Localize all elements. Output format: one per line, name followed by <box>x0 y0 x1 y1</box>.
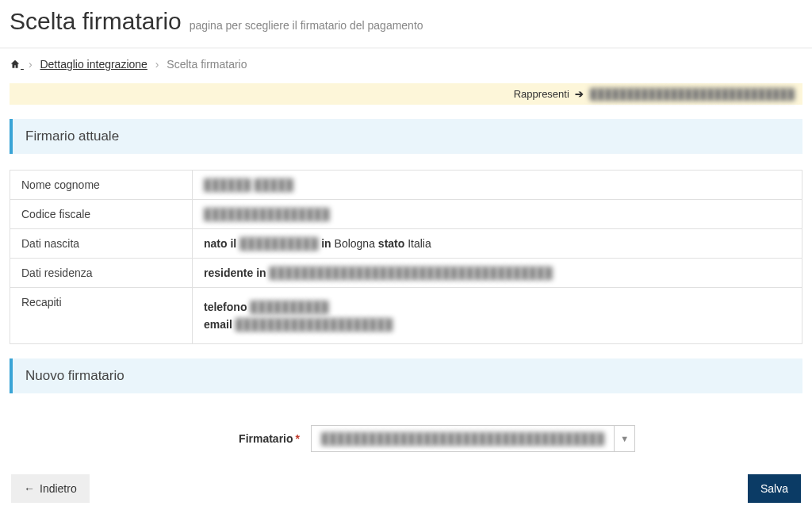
firmatario-select-display[interactable]: ████████████████████████████████████ <box>311 425 615 452</box>
section-nuovo-title: Nuovo firmatario <box>10 358 802 393</box>
dati-nascita-in: in <box>321 237 331 250</box>
telefono-value: ██████████ <box>250 301 328 313</box>
dati-nascita-stato-value: Italia <box>408 237 431 250</box>
dati-residenza-prefix: residente in <box>204 266 266 279</box>
save-button[interactable]: Salva <box>748 474 801 503</box>
label-nome-cognome: Nome cognome <box>10 171 193 200</box>
table-row: Dati residenza residente in ████████████… <box>10 259 802 288</box>
chevron-down-icon[interactable]: ▼ <box>615 425 635 452</box>
actions-bar: ← Indietro Salva <box>10 474 802 503</box>
section-nuovo-firmatario: Nuovo firmatario Firmatario* ███████████… <box>10 358 802 452</box>
required-marker: * <box>296 432 300 445</box>
form-row-firmatario: Firmatario* ████████████████████████████… <box>10 425 802 452</box>
label-codice-fiscale: Codice fiscale <box>10 200 193 229</box>
arrow-left-icon: ← <box>24 482 35 495</box>
section-firmario-title: Firmario attuale <box>10 119 802 154</box>
firmario-details-table: Nome cognome ██████ █████ Codice fiscale… <box>10 170 802 344</box>
back-button[interactable]: ← Indietro <box>11 474 90 503</box>
telefono-label: telefono <box>204 301 247 313</box>
dati-residenza-value: ████████████████████████████████████ <box>269 266 552 279</box>
table-row: Recapiti telefono ██████████ email █████… <box>10 288 802 344</box>
firmatario-select[interactable]: ████████████████████████████████████ ▼ <box>311 425 635 452</box>
page-subtitle: pagina per scegliere il firmatario del p… <box>190 19 423 32</box>
breadcrumb-sep-2: › <box>155 58 159 71</box>
breadcrumb-link-dettaglio[interactable]: Dettaglio integrazione <box>40 58 147 71</box>
home-icon <box>10 59 21 70</box>
arrow-right-icon: ➔ <box>575 88 584 100</box>
dati-nascita-date: ██████████ <box>239 237 318 250</box>
save-button-label: Salva <box>760 482 788 495</box>
breadcrumb-sep-1: › <box>29 58 33 71</box>
dati-nascita-city: Bologna <box>335 237 375 250</box>
email-label: email <box>204 318 232 331</box>
value-codice-fiscale: ████████████████ <box>204 208 330 220</box>
page-title: Scelta firmatario <box>10 8 182 34</box>
value-recapiti: telefono ██████████ email ██████████████… <box>193 288 802 344</box>
dati-nascita-prefix: nato il <box>204 237 236 250</box>
email-value: ████████████████████ <box>236 318 393 331</box>
breadcrumb: › Dettaglio integrazione › Scelta firmat… <box>0 48 812 80</box>
represent-banner: Rappresenti ➔ ██████████████████████████… <box>10 83 802 105</box>
breadcrumb-current: Scelta firmatario <box>167 58 247 71</box>
breadcrumb-home[interactable] <box>10 58 24 71</box>
value-dati-nascita: nato il ██████████ in Bologna stato Ital… <box>193 229 802 259</box>
firmatario-label: Firmatario* <box>10 432 311 445</box>
represent-label: Rappresenti <box>514 88 569 100</box>
label-dati-residenza: Dati residenza <box>10 259 193 288</box>
represent-value: ████████████████████████████ <box>590 88 795 100</box>
value-dati-residenza: residente in ███████████████████████████… <box>193 259 802 288</box>
label-dati-nascita: Dati nascita <box>10 229 193 259</box>
label-recapiti: Recapiti <box>10 288 193 344</box>
table-row: Codice fiscale ████████████████ <box>10 200 802 229</box>
back-button-label: Indietro <box>40 482 77 495</box>
dati-nascita-stato-label: stato <box>378 237 404 250</box>
value-nome-cognome: ██████ █████ <box>204 178 293 191</box>
table-row: Dati nascita nato il ██████████ in Bolog… <box>10 229 802 259</box>
table-row: Nome cognome ██████ █████ <box>10 171 802 200</box>
section-firmario-attuale: Firmario attuale Nome cognome ██████ ███… <box>10 119 802 344</box>
